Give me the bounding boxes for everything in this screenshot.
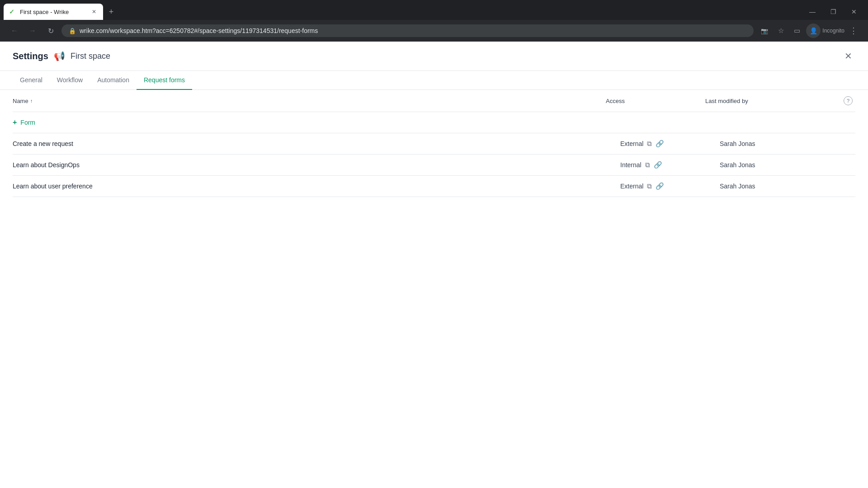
window-close-button[interactable]: ✕ xyxy=(844,2,864,22)
close-icon: ✕ xyxy=(844,51,852,61)
access-value: Internal xyxy=(620,161,642,169)
add-form-label: Form xyxy=(20,119,35,126)
profile-icon: 👤 xyxy=(810,27,817,34)
form-row[interactable]: Learn about user preference External ⧉ 🔗… xyxy=(13,176,855,197)
tab-title: First space - Wrike xyxy=(20,9,87,15)
url-text: wrike.com/workspace.htm?acc=6250782#/spa… xyxy=(80,27,746,34)
app-content: Settings 📢 First space ✕ General Workflo… xyxy=(0,42,868,488)
form-modified-by: Sarah Jonas xyxy=(720,161,855,169)
tab-request-forms[interactable]: Request forms xyxy=(137,71,192,90)
request-forms-table: Name ↑ Access Last modified by ? + Form … xyxy=(0,90,868,197)
forward-button[interactable]: → xyxy=(25,23,40,38)
settings-title: Settings xyxy=(13,51,48,61)
refresh-button[interactable]: ↻ xyxy=(43,23,58,38)
menu-icon: ⋮ xyxy=(849,26,858,36)
help-icon-button[interactable]: ? xyxy=(844,96,853,105)
browser-chrome: ✓ First space - Wrike ✕ + — ❐ ✕ ← → ↻ xyxy=(0,0,868,42)
copy-link-icon[interactable]: 🔗 xyxy=(656,140,664,148)
restore-icon: ❐ xyxy=(830,8,836,15)
form-access: External ⧉ 🔗 xyxy=(620,182,720,190)
copy-link-icon[interactable]: 🔗 xyxy=(654,161,662,169)
close-icon: ✕ xyxy=(851,8,857,15)
incognito-label: Incognito xyxy=(822,28,844,34)
close-settings-button[interactable]: ✕ xyxy=(841,49,855,63)
settings-header: Settings 📢 First space ✕ xyxy=(0,42,868,71)
browser-tab-active[interactable]: ✓ First space - Wrike ✕ xyxy=(4,4,103,20)
form-action-icons: ⧉ 🔗 xyxy=(645,161,662,169)
form-row[interactable]: Learn about DesignOps Internal ⧉ 🔗 Sarah… xyxy=(13,155,855,176)
form-action-icons: ⧉ 🔗 xyxy=(647,182,664,190)
column-header-name[interactable]: Name ↑ xyxy=(13,98,606,104)
camera-off-icon: 📷 xyxy=(761,28,768,34)
column-header-help: ? xyxy=(841,96,855,105)
tab-close-button[interactable]: ✕ xyxy=(90,8,98,15)
camera-off-button[interactable]: 📷 xyxy=(757,23,772,38)
form-modified-by: Sarah Jonas xyxy=(720,140,855,147)
form-name: Learn about DesignOps xyxy=(13,161,620,169)
column-header-modified: Last modified by xyxy=(705,98,841,104)
forward-icon: → xyxy=(29,27,36,35)
window-controls: — ❐ ✕ xyxy=(802,2,864,22)
form-access: Internal ⧉ 🔗 xyxy=(620,161,720,169)
form-access: External ⧉ 🔗 xyxy=(620,140,720,148)
profile-button[interactable]: 👤 xyxy=(806,23,821,38)
add-form-row[interactable]: + Form xyxy=(13,112,855,133)
external-link-icon[interactable]: ⧉ xyxy=(647,182,652,190)
modified-column-label: Last modified by xyxy=(705,98,748,104)
form-name: Create a new request xyxy=(13,140,620,147)
tab-workflow[interactable]: Workflow xyxy=(50,71,90,90)
window-restore-button[interactable]: ❐ xyxy=(823,2,844,22)
access-value: External xyxy=(620,183,643,190)
url-bar[interactable]: 🔒 wrike.com/workspace.htm?acc=6250782#/s… xyxy=(61,24,754,37)
space-megaphone-icon: 📢 xyxy=(54,51,65,61)
tab-general[interactable]: General xyxy=(13,71,50,90)
refresh-icon: ↻ xyxy=(48,27,54,35)
table-header-row: Name ↑ Access Last modified by ? xyxy=(13,90,855,112)
column-header-access: Access xyxy=(606,98,705,104)
form-name: Learn about user preference xyxy=(13,183,620,190)
new-tab-button[interactable]: + xyxy=(105,5,118,18)
form-row[interactable]: Create a new request External ⧉ 🔗 Sarah … xyxy=(13,133,855,155)
access-value: External xyxy=(620,140,643,147)
tab-bar: ✓ First space - Wrike ✕ + — ❐ ✕ xyxy=(0,0,868,20)
form-modified-by: Sarah Jonas xyxy=(720,183,855,190)
sort-ascending-icon: ↑ xyxy=(30,98,33,103)
minimize-icon: — xyxy=(809,8,816,15)
space-name: First space xyxy=(71,52,110,61)
add-icon: + xyxy=(13,118,17,127)
sidebar-icon: ▭ xyxy=(794,27,800,35)
form-action-icons: ⧉ 🔗 xyxy=(647,140,664,148)
tab-automation[interactable]: Automation xyxy=(90,71,137,90)
bookmark-button[interactable]: ☆ xyxy=(774,23,788,38)
name-column-label: Name xyxy=(13,98,28,104)
back-button[interactable]: ← xyxy=(7,23,22,38)
address-bar-actions: 📷 ☆ ▭ 👤 Incognito ⋮ xyxy=(757,23,861,38)
star-icon: ☆ xyxy=(778,27,784,35)
browser-menu-button[interactable]: ⋮ xyxy=(846,23,861,38)
tab-favicon: ✓ xyxy=(9,8,16,15)
sidebar-button[interactable]: ▭ xyxy=(790,23,804,38)
lock-icon: 🔒 xyxy=(69,28,76,34)
copy-link-icon[interactable]: 🔗 xyxy=(656,182,664,190)
back-icon: ← xyxy=(11,27,18,35)
external-link-icon[interactable]: ⧉ xyxy=(645,161,650,169)
address-bar: ← → ↻ 🔒 wrike.com/workspace.htm?acc=6250… xyxy=(0,20,868,42)
settings-tabs: General Workflow Automation Request form… xyxy=(0,71,868,90)
access-column-label: Access xyxy=(606,98,625,104)
external-link-icon[interactable]: ⧉ xyxy=(647,140,652,148)
window-minimize-button[interactable]: — xyxy=(802,2,823,22)
